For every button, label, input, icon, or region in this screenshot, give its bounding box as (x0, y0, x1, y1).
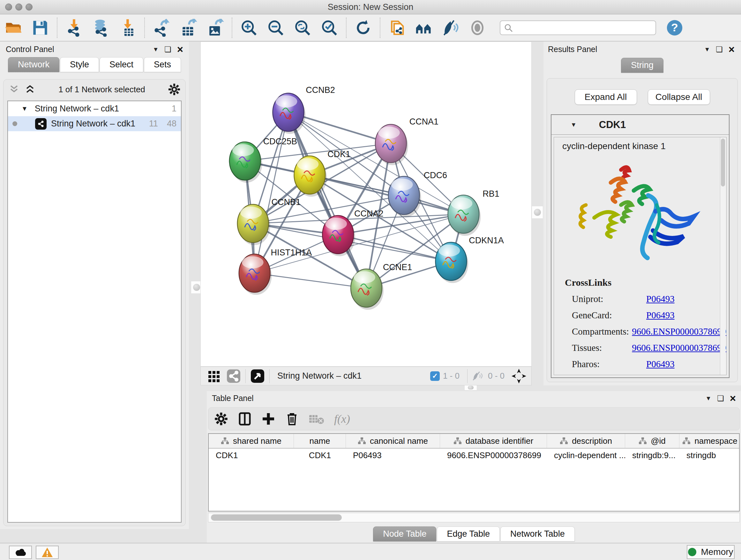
network-node-cdc6[interactable] (388, 176, 421, 217)
memory-button[interactable]: Memory (687, 545, 735, 559)
grid-view-icon[interactable] (207, 369, 221, 383)
show-all-icon[interactable] (468, 19, 486, 37)
table-row[interactable]: CDK1 CDK1 P06493 9606.ENSP00000378699 cy… (209, 449, 739, 462)
help-icon[interactable]: ? (666, 19, 684, 37)
protein-structure-image (573, 157, 707, 269)
hide-selected-icon[interactable] (442, 19, 460, 37)
close-panel-icon[interactable]: × (177, 44, 183, 55)
toolbar-separator (246, 369, 246, 383)
network-node-ccne1[interactable] (351, 269, 384, 310)
zoom-fit-icon[interactable] (293, 19, 312, 37)
import-network-database-icon[interactable] (92, 19, 110, 37)
collapse-all-icon[interactable] (9, 84, 19, 94)
right-splitter-grip[interactable] (532, 206, 543, 219)
tab-edge-table[interactable]: Edge Table (437, 526, 500, 542)
table-toolbar: f(x) (208, 408, 740, 430)
search-input[interactable] (500, 20, 656, 35)
results-scrollbar[interactable] (720, 137, 726, 375)
network-canvas[interactable]: CCNB2CCNA1CDC25BCDK1CDC6RB1CCNB1CCNA2CDK… (200, 42, 532, 367)
float-panel-icon[interactable]: ❏ (717, 395, 724, 402)
crosslink-uniprot[interactable]: P06493 (646, 294, 675, 304)
crosslink-tissues[interactable]: 9606.ENSP00000378699 (632, 343, 726, 353)
zoom-out-icon[interactable] (267, 19, 285, 37)
import-network-file-icon[interactable] (65, 19, 83, 37)
panel-menu-icon[interactable]: ▼ (705, 395, 711, 402)
table-header-row: shared name name canonical name database… (209, 434, 739, 449)
network-node-rb1[interactable] (448, 195, 481, 236)
open-view-window-icon[interactable] (250, 369, 265, 383)
network-tree: ▼ String Network – cdk1 1 String Network… (7, 101, 182, 523)
export-network-icon[interactable] (152, 19, 171, 37)
column-header[interactable]: name (294, 434, 346, 448)
node-label-cdc25b: CDC25B (263, 137, 297, 146)
network-node-hist1h1a[interactable] (239, 254, 272, 295)
column-header[interactable]: namespace (679, 434, 740, 448)
network-node-cdk1[interactable] (294, 156, 327, 197)
expand-all-button[interactable]: Expand All (575, 89, 637, 105)
open-session-icon[interactable] (4, 19, 22, 37)
column-header[interactable]: description (547, 434, 625, 448)
cloud-status-button[interactable] (9, 546, 32, 559)
title-bar: Session: New Session (0, 0, 741, 14)
gene-section: ▼ CDK1 cyclin-dependent kinase 1 (551, 114, 730, 378)
import-table-icon[interactable] (119, 19, 137, 37)
tab-sets[interactable]: Sets (144, 57, 181, 72)
collapse-all-button[interactable]: Collapse All (648, 89, 710, 105)
warnings-button[interactable] (36, 546, 59, 559)
node-label-ccna1: CCNA1 (409, 117, 439, 126)
network-node-ccna1[interactable] (375, 124, 408, 165)
network-node-ccna2[interactable] (322, 215, 355, 256)
column-header[interactable]: canonical name (346, 434, 440, 448)
add-column-icon[interactable] (261, 412, 275, 426)
crosslink-label: GeneCard: (565, 310, 646, 320)
gene-section-header[interactable]: ▼ CDK1 (551, 115, 729, 135)
gear-icon[interactable] (168, 83, 180, 96)
string-view-icon[interactable] (226, 369, 241, 383)
tab-string-results[interactable]: String (621, 58, 664, 73)
column-header[interactable]: shared name (209, 434, 294, 448)
column-header[interactable]: database identifier (440, 434, 547, 448)
panel-menu-icon[interactable]: ▼ (152, 46, 158, 53)
table-gear-icon[interactable] (214, 412, 228, 426)
network-node-cdkn1a[interactable] (435, 242, 468, 283)
network-node-ccnb2[interactable] (273, 93, 306, 134)
table-horizontal-scrollbar[interactable] (208, 513, 740, 522)
selected-checkbox-icon[interactable]: ✓ (430, 371, 440, 381)
section-collapse-icon[interactable]: ▼ (570, 121, 577, 128)
network-node-ccnb1[interactable] (238, 204, 270, 245)
close-panel-icon[interactable]: × (729, 44, 735, 55)
show-columns-icon[interactable] (238, 412, 252, 426)
crosslink-genecard[interactable]: P06493 (646, 310, 675, 320)
bottom-splitter-grip[interactable] (464, 385, 477, 390)
crosslinks-heading: CrossLinks (565, 277, 726, 288)
refresh-icon[interactable] (354, 19, 372, 37)
first-neighbors-icon[interactable] (415, 19, 433, 37)
delete-column-icon[interactable] (285, 412, 299, 426)
export-image-icon[interactable] (206, 19, 224, 37)
crosslink-label: Uniprot: (565, 294, 646, 304)
float-panel-icon[interactable]: ❏ (164, 46, 172, 53)
network-row[interactable]: String Network – cdk1 11 48 (8, 116, 181, 131)
birds-eye-view-icon[interactable] (511, 368, 527, 384)
crosslink-compartments[interactable]: 9606.ENSP00000378699 (632, 326, 726, 337)
zoom-in-icon[interactable] (240, 19, 258, 37)
expand-all-icon[interactable] (24, 84, 36, 94)
control-panel: Control Panel ▼ ❏ × Network Style Select… (0, 42, 189, 529)
clone-network-icon[interactable] (388, 19, 406, 37)
network-collection-row[interactable]: ▼ String Network – cdk1 1 (8, 101, 181, 116)
crosslink-pharos[interactable]: P06493 (646, 359, 675, 369)
column-header[interactable]: @id (625, 434, 679, 448)
collection-expand-icon[interactable]: ▼ (21, 105, 28, 112)
tab-style[interactable]: Style (60, 57, 99, 72)
tab-network-table[interactable]: Network Table (500, 526, 575, 542)
tab-select[interactable]: Select (99, 57, 143, 72)
float-panel-icon[interactable]: ❏ (716, 46, 723, 53)
tab-network[interactable]: Network (8, 57, 59, 72)
close-panel-icon[interactable]: × (730, 393, 736, 403)
export-table-icon[interactable] (179, 19, 197, 37)
panel-menu-icon[interactable]: ▼ (704, 46, 710, 53)
zoom-selected-icon[interactable] (320, 19, 338, 37)
save-session-icon[interactable] (31, 19, 49, 37)
node-label-ccna2: CCNA2 (354, 209, 383, 219)
tab-node-table[interactable]: Node Table (373, 526, 436, 542)
